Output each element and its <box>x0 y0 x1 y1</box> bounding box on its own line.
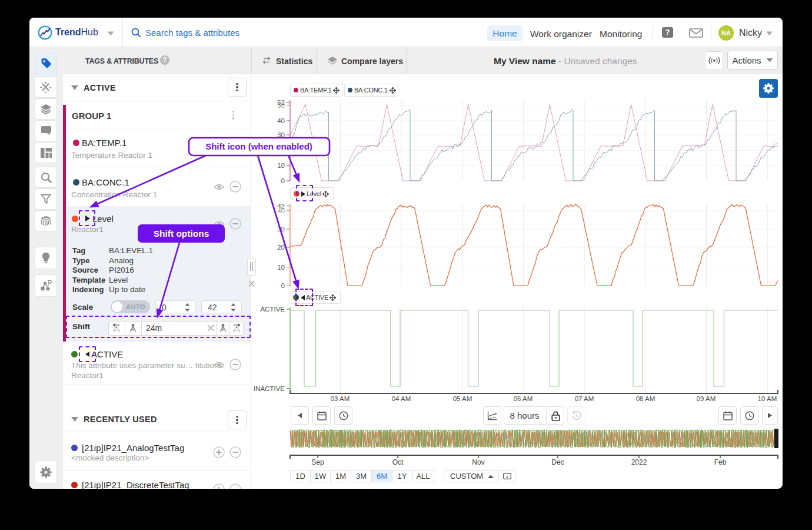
svg-text:Shift icon (when enabled): Shift icon (when enabled) <box>205 141 312 151</box>
svg-text:Shift options: Shift options <box>154 228 209 238</box>
